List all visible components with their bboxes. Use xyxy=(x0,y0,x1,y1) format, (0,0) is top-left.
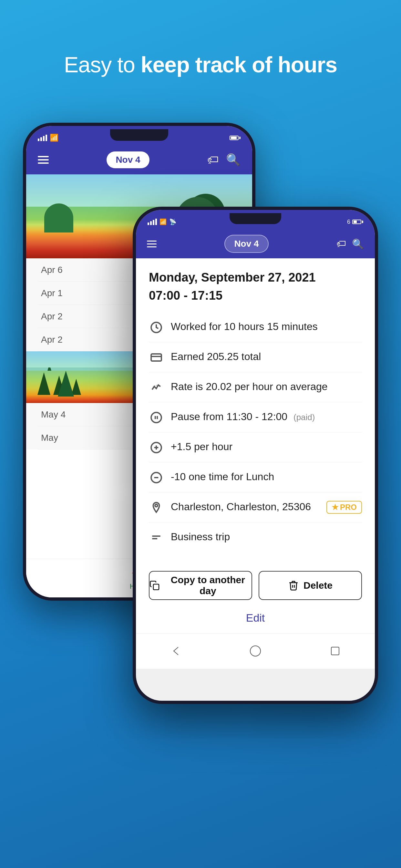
rate-text: Rate is 20.02 per hour on average xyxy=(171,379,362,394)
pause-text: Pause from 11:30 - 12:00 (paid) xyxy=(171,409,362,424)
square-icon xyxy=(328,644,342,658)
worked-text: Worked for 10 hours 15 minutes xyxy=(171,319,362,334)
signal-area-back: 📶 xyxy=(38,134,58,142)
copy-icon xyxy=(150,580,160,591)
minus-circle-icon xyxy=(149,470,164,485)
plus-circle-icon xyxy=(149,440,164,455)
clock-icon xyxy=(149,320,164,335)
detail-row-rate: Rate is 20.02 per hour on average xyxy=(149,372,362,402)
signal-num-front: 6 xyxy=(347,219,350,225)
hamburger-icon-front[interactable] xyxy=(147,241,157,247)
wifi-icon-back: 📶 xyxy=(50,134,58,142)
pro-badge: ★PRO xyxy=(327,501,362,514)
svg-point-11 xyxy=(155,504,158,507)
phone-front: 📶 📡 15:26 6 xyxy=(133,207,378,704)
paid-label: (paid) xyxy=(294,412,315,422)
phones-wrapper: 📶 12:03 Nov 4 🏷 🔍 xyxy=(23,123,378,833)
delete-button[interactable]: Delete xyxy=(258,571,362,600)
tag-icon-front[interactable]: 🏷 xyxy=(336,238,346,249)
recents-button-front[interactable] xyxy=(326,641,345,661)
signal-icon-front xyxy=(148,219,157,225)
svg-rect-16 xyxy=(331,647,339,655)
headline: Easy to keep track of hours xyxy=(0,0,401,78)
detail-date-title: Monday, September 27, 2021 xyxy=(149,270,362,285)
nav-right-front: 🏷 🔍 xyxy=(336,238,364,250)
home-circle-icon xyxy=(248,644,263,658)
location-icon xyxy=(149,500,164,515)
detail-row-location: Charleston, Charleston, 25306 ★PRO xyxy=(149,492,362,523)
detail-row-plus: +1.5 per hour xyxy=(149,432,362,462)
plus-text: +1.5 per hour xyxy=(171,439,362,454)
notch-back xyxy=(110,129,168,141)
date-pill-front[interactable]: Nov 4 xyxy=(224,235,268,253)
bottom-nav-front xyxy=(136,633,375,669)
nav-bar-back: Nov 4 🏷 🔍 xyxy=(26,145,252,175)
notes-text: Business trip xyxy=(171,530,362,544)
status-right-front: 6 xyxy=(347,219,363,225)
date-pill-back[interactable]: Nov 4 xyxy=(106,151,149,168)
hamburger-icon-back[interactable] xyxy=(38,156,49,164)
battery-back xyxy=(229,135,241,140)
battery-front xyxy=(352,220,363,224)
svg-point-15 xyxy=(250,646,260,656)
phone-front-inner: 📶 📡 15:26 6 xyxy=(136,210,375,701)
detail-rows: Worked for 10 hours 15 minutes Earned 20… xyxy=(149,312,362,552)
status-left-front: 📶 📡 xyxy=(148,218,176,225)
trend-icon xyxy=(149,380,164,395)
signal-icon-back xyxy=(38,135,47,141)
search-icon-front[interactable]: 🔍 xyxy=(352,238,364,250)
svg-rect-14 xyxy=(153,584,159,590)
detail-content: Monday, September 27, 2021 07:00 - 17:15… xyxy=(136,258,375,562)
back-button-front[interactable] xyxy=(166,641,185,661)
detail-row-pause: Pause from 11:30 - 12:00 (paid) xyxy=(149,402,362,432)
detail-row-minus: -10 one time for Lunch xyxy=(149,462,362,492)
detail-row-notes: Business trip xyxy=(149,523,362,552)
detail-row-worked: Worked for 10 hours 15 minutes xyxy=(149,312,362,342)
detail-row-earned: Earned 205.25 total xyxy=(149,342,362,372)
home-button-front[interactable] xyxy=(246,641,265,661)
earned-text: Earned 205.25 total xyxy=(171,349,362,364)
minus-text: -10 one time for Lunch xyxy=(171,469,362,484)
pause-icon xyxy=(149,410,164,425)
star-icon: ★ xyxy=(332,503,339,512)
copy-to-another-day-button[interactable]: Copy to another day xyxy=(149,571,252,600)
delete-button-label: Delete xyxy=(304,580,333,591)
action-buttons: Copy to another day Delete xyxy=(136,562,375,607)
data-icon-front: 📡 xyxy=(169,218,176,225)
headline-bold: keep track of hours xyxy=(141,52,337,77)
nav-right-back: 🏷 🔍 xyxy=(207,153,241,166)
notch-front xyxy=(229,213,281,224)
back-triangle-icon xyxy=(168,644,183,658)
nav-bar-front: Nov 4 🏷 🔍 xyxy=(136,229,375,258)
location-text: Charleston, Charleston, 25306 xyxy=(171,500,316,514)
edit-link[interactable]: Edit xyxy=(136,607,375,633)
tag-icon-back[interactable]: 🏷 xyxy=(207,153,219,166)
svg-point-3 xyxy=(151,412,161,423)
search-icon-back[interactable]: 🔍 xyxy=(226,153,241,166)
detail-time-title: 07:00 - 17:15 xyxy=(149,289,362,303)
wifi-icon-front: 📶 xyxy=(159,218,166,225)
svg-rect-1 xyxy=(151,353,161,361)
card-icon xyxy=(149,350,164,365)
copy-button-label: Copy to another day xyxy=(164,575,251,596)
headline-prefix: Easy to xyxy=(64,52,141,77)
notes-icon xyxy=(149,530,164,545)
trash-icon xyxy=(288,580,299,591)
